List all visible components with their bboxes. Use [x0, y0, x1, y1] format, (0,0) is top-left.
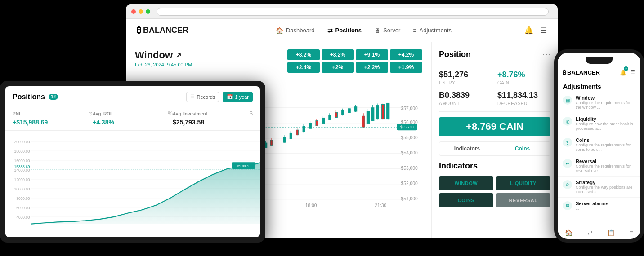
mobile-bottom-nav: 🏠 ⇄ 📋 ≡ [558, 226, 640, 239]
mobile-logo: ₿ BALANCER [563, 69, 600, 76]
mobile-nav-home[interactable]: 🏠 [565, 229, 572, 236]
tablet-stats: PNL ⊙ +$15,988.69 Avg. ROI % +4.38% Avg.… [5, 106, 260, 131]
adj-strategy-desc: Configure the way positions are increase… [576, 185, 635, 194]
mobile-menu-icon[interactable]: ☰ [630, 69, 635, 75]
decreased-value: $11,834.13 [497, 91, 550, 100]
svg-text:10000.00: 10000.00 [14, 187, 30, 191]
tablet-header: Positions 12 ☰ Records 📅 1 year [5, 86, 260, 106]
ind-btn-window[interactable]: WINDOW [439, 176, 493, 190]
mobile-notch [586, 57, 613, 64]
ind-btn-liquidity[interactable]: LIQUIDITY [496, 176, 550, 190]
adj-strategy-name: Strategy [576, 180, 635, 185]
ind-btn-reversal[interactable]: REVERSAL [496, 193, 550, 207]
mobile-header: ₿ BALANCER 🔔 2 ☰ [558, 66, 640, 79]
ind-btn-coins[interactable]: COINS [439, 193, 493, 207]
browser-dot-red [131, 9, 136, 14]
chart-title-section: Window ↗ Feb 26, 2024, 9:45:00 PM [135, 49, 192, 67]
position-menu-icon[interactable]: ⋯ [542, 49, 550, 59]
coins-adj-icon: ₿ [563, 138, 572, 147]
logo-text: BALANCER [143, 26, 188, 35]
t-stat-roi-label: Avg. ROI [93, 111, 112, 116]
t-stat-pnl: PNL ⊙ +$15,988.69 [13, 110, 93, 126]
adj-window-text: Window Configure the requirements for th… [576, 95, 635, 110]
nav-positions[interactable]: ⇄ Positions [327, 27, 362, 34]
mobile-nav-menu[interactable]: ≡ [630, 229, 633, 236]
mobile-nav-positions[interactable]: ⇄ [587, 229, 593, 236]
home-icon: 🏠 [276, 27, 283, 34]
t-stat-roi: Avg. ROI % +4.38% [93, 110, 173, 126]
tablet-positions-count: 12 [49, 94, 58, 100]
notif-badge: 2 [624, 66, 628, 71]
adj-coins-name: Coins [576, 137, 635, 143]
adj-coins-text: Coins Configure the requirements for coi… [576, 137, 635, 152]
records-btn[interactable]: ☰ Records [186, 92, 219, 102]
badge-grid: +8.2% +8.2% +9.1% +4.2% +2.4% +2% +2.2% … [287, 49, 422, 73]
stat-entry: $51,276 ENTRY [439, 70, 492, 85]
badge-6: +2.2% [356, 62, 388, 73]
period-btn[interactable]: 📅 1 year [223, 92, 253, 102]
t-stat-pnl-header: PNL ⊙ [13, 110, 93, 117]
entry-value: $51,276 [439, 70, 492, 79]
pnl-icon: ⊙ [88, 110, 93, 117]
gain-label: GAIN [497, 80, 550, 85]
mobile-nav-records[interactable]: 📋 [607, 229, 615, 236]
gain-cain-value: +8.769 CAIN [466, 121, 523, 132]
t-stat-pnl-value: +$15,988.69 [13, 119, 93, 126]
trend-up-icon: ↗ [175, 51, 181, 60]
gain-value: +8.76% [497, 70, 550, 79]
indicator-buttons: WINDOW LIQUIDITY COINS REVERSAL [439, 176, 550, 207]
browser-url [157, 8, 549, 16]
mobile-bell-container: 🔔 2 [620, 68, 626, 76]
t-stat-roi-header: Avg. ROI % [93, 110, 173, 117]
reversal-adj-icon: ↩ [563, 159, 572, 168]
svg-text:$57,000: $57,000 [401, 106, 417, 111]
chart-title: Window ↗ [135, 49, 192, 61]
nav-server[interactable]: 🖥 Server [374, 27, 400, 34]
tab-indicators[interactable]: Indicators [439, 142, 495, 155]
position-title: Position [439, 50, 471, 59]
svg-text:20000.00: 20000.00 [14, 140, 30, 144]
badge-4: +2.4% [287, 62, 320, 73]
badge-0: +8.2% [287, 49, 320, 60]
nav-dashboard[interactable]: 🏠 Dashboard [276, 27, 315, 34]
gain-cain-badge: +8.769 CAIN [439, 117, 550, 136]
records-label: Records [197, 94, 215, 100]
adj-item-server-alarms[interactable]: 🖥 Server alarms ... [558, 198, 640, 214]
browser-dot-yellow [139, 9, 143, 14]
menu-icon[interactable]: ☰ [541, 26, 547, 35]
t-stat-investment-value: $25,793.58 [173, 119, 253, 126]
svg-text:21:30: 21:30 [375, 203, 386, 208]
mobile-screen: ₿ BALANCER 🔔 2 ☰ Adjustments ▦ Window Co… [558, 53, 640, 239]
chart-date: Feb 26, 2024, 9:45:00 PM [135, 62, 192, 67]
adj-liquidity-text: Liquidity Configure how the order book i… [576, 116, 635, 131]
svg-rect-74 [296, 130, 299, 135]
liquidity-adj-icon: ◎ [563, 117, 572, 126]
adj-item-window[interactable]: ▦ Window Configure the requirements for … [558, 92, 640, 113]
tab-coins[interactable]: Coins [495, 142, 550, 155]
adj-item-coins[interactable]: ₿ Coins Configure the requirements for c… [558, 134, 640, 155]
nav-adjustments[interactable]: ≡ Adjustments [413, 27, 452, 34]
mobile-header-icons: 🔔 2 ☰ [620, 68, 635, 76]
adj-item-reversal[interactable]: ↩ Reversal Configure the requirements fo… [558, 155, 640, 177]
stat-decreased: $11,834.13 DECREASED [497, 91, 550, 106]
position-tabs: Indicators Coins [439, 141, 550, 156]
browser-dot-green [146, 9, 150, 14]
t-stat-investment-header: Avg. Investment $ [173, 110, 253, 117]
bell-icon[interactable]: 🔔 [524, 26, 533, 35]
area-fill [31, 163, 260, 224]
server-alarms-adj-icon: 🖥 [563, 201, 572, 210]
adj-item-liquidity[interactable]: ◎ Liquidity Configure how the order book… [558, 113, 640, 134]
stat-amount: B0.3839 AMOUNT [439, 91, 492, 106]
position-stats: $51,276 ENTRY +8.76% GAIN B0.3839 AMOUNT… [439, 65, 550, 112]
nav-server-label: Server [383, 27, 400, 34]
adj-reversal-text: Reversal Configure the requirements for … [576, 159, 635, 173]
badge-1: +8.2% [322, 49, 354, 60]
svg-text:18:00: 18:00 [305, 203, 317, 208]
tablet-area-chart: 20000.00 18000.00 16000.00 15388.69 1400… [5, 131, 260, 237]
app-logo: ₿ BALANCER [137, 25, 188, 35]
adj-item-strategy[interactable]: ⟳ Strategy Configure the way positions a… [558, 177, 640, 198]
adj-server-desc: ... [576, 206, 608, 211]
svg-text:6000.00: 6000.00 [16, 206, 30, 210]
period-label: 1 year [235, 94, 249, 100]
svg-text:$53,000: $53,000 [401, 166, 417, 171]
